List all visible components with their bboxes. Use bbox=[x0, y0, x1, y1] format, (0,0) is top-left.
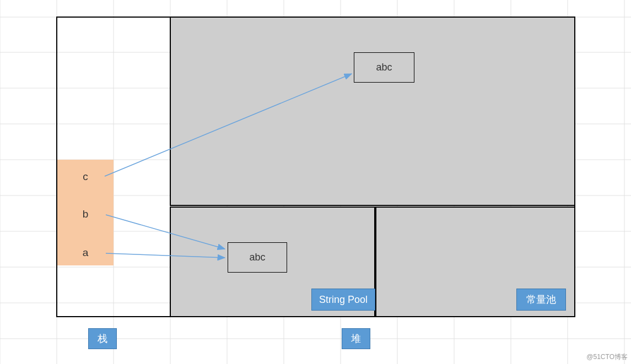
string-pool-label: String Pool bbox=[311, 289, 375, 311]
memory-diagram: abc abc c b a String Pool 常量池 栈 堆 bbox=[0, 0, 631, 364]
heap-object-abc: abc bbox=[354, 52, 414, 83]
constant-pool-label-text: 常量池 bbox=[526, 293, 556, 306]
heap-region bbox=[170, 17, 575, 206]
heap-object-abc-text: abc bbox=[376, 62, 392, 73]
stack-var-b: b bbox=[77, 208, 94, 220]
constant-pool-label: 常量池 bbox=[516, 289, 566, 311]
string-pool-entry-abc: abc bbox=[228, 242, 287, 273]
watermark-text: @51CTO博客 bbox=[586, 352, 628, 362]
string-pool-label-text: String Pool bbox=[319, 294, 368, 306]
stack-label: 栈 bbox=[88, 328, 117, 349]
stack-var-c: c bbox=[77, 171, 94, 183]
heap-label-text: 堆 bbox=[351, 332, 361, 345]
stack-var-a: a bbox=[77, 247, 94, 259]
heap-label: 堆 bbox=[342, 328, 370, 349]
string-pool-entry-text: abc bbox=[249, 252, 265, 263]
stack-label-text: 栈 bbox=[98, 332, 107, 345]
